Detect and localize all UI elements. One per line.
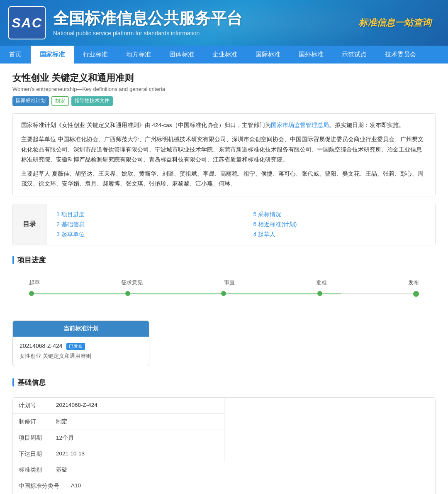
nav-local-standard[interactable]: 地方标准 [117,46,160,64]
progress-section: 项目进度 起草 征求意见 审查 批准 发布 [12,255,436,309]
info-row-period: 项目周期 12个月 [13,430,224,446]
desc-paragraph-3: 主要起草人 夏薇佳、胡坚达、王天界、姚欣、黄裔华、刘璐、贺祖斌、李晟、高丽稳、祖… [21,169,427,189]
info-value-issue-date: 2021-10-13 [50,446,224,462]
toc-item-2[interactable]: 2 基础信息 [56,221,229,228]
info-row-issue-date: 下达日期 2021-10-13 [13,446,224,462]
info-divider [224,398,224,462]
plan-card-id: 20214068-Z-424 已发布 [19,342,142,350]
header-title-cn: 全国标准信息公共服务平台 [53,9,242,28]
info-left: 计划号 20214068-Z-424 制修订 制定 项目周期 12个月 下达日期… [13,398,224,462]
link-supervisory-dept[interactable]: 国家市场监督管理总局 [271,122,329,128]
info-row-cn-class: 中国标准分类号 A10 [13,478,224,494]
progress-dot-4 [317,291,322,296]
progress-dot-5 [413,291,419,297]
step-label-approve: 批准 [316,279,327,286]
toc-item-6[interactable]: 6 相近标准(计划) [253,221,426,228]
info-label-period: 项目周期 [13,430,50,446]
header: SAC 全国标准信息公共服务平台 National public service… [0,0,448,46]
info-value-period: 12个月 [50,430,224,446]
plan-id-text: 20214068-Z-424 [19,342,63,349]
toc-item-5[interactable]: 5 采标情况 [253,211,426,218]
step-label-publish: 发布 [408,279,419,286]
progress-dots [29,291,419,297]
info-value-plan-num: 20214068-Z-424 [50,398,224,413]
progress-dot-3 [221,291,226,296]
info-label-issue-date: 下达日期 [13,446,50,462]
step-label-comment: 征求意见 [121,279,143,286]
info-label-cn-class: 中国标准分类号 [13,478,65,494]
info-label-revision: 制修订 [13,414,50,430]
tag-national-plan: 国家标准计划 [12,96,49,106]
info-row-std-type: 标准类别 基础 [13,462,224,478]
progress-dot-1 [29,291,34,296]
info-row-revision: 制修订 制定 [13,414,224,430]
plan-card-body: 20214068-Z-424 已发布 女性创业 关键定义和通用准则 [13,337,149,366]
header-title-en: National public service platform for sta… [53,30,242,37]
plan-card-desc: 女性创业 关键定义和通用准则 [19,352,142,360]
step-label-review: 审查 [224,279,235,286]
info-right: 标准类别 基础 中国标准分类号 A10 国际标准分类号 03.100.20 归口… [13,462,224,494]
desc-paragraph-1: 国家标准计划《女性创业 关键定义和通用准则》由 424-cas（中国标准化协会）… [21,120,427,130]
toc-label: 目录 [13,204,46,245]
info-value-std-type: 基础 [50,462,224,478]
basic-info-title: 基础信息 [12,378,436,391]
progress-section-title: 项目进度 [12,255,436,268]
nav-demo-pilot[interactable]: 示范试点 [333,46,376,64]
header-slogan: 标准信息一站查询 [358,17,431,29]
page-title-en: Women's entrepreneurship—Key definitions… [12,86,436,92]
progress-dot-2 [125,291,130,296]
step-label-draft: 起草 [29,279,40,286]
toc-item-4[interactable]: 4 起草人 [253,231,426,238]
basic-info-section: 基础信息 计划号 20214068-Z-424 制修订 制定 项目周期 12个月… [12,378,436,494]
page-title-cn: 女性创业 关键定义和通用准则 [12,72,436,84]
info-grid: 计划号 20214068-Z-424 制修订 制定 项目周期 12个月 下达日期… [12,397,436,494]
nav-international-standard[interactable]: 国际标准 [246,46,290,64]
toc-item-1[interactable]: 1 项目进度 [56,211,229,218]
info-value-revision: 制定 [50,414,224,430]
toc-items: 1 项目进度 5 采标情况 2 基础信息 6 相近标准(计划) 3 起草单位 4… [46,204,435,245]
nav-home[interactable]: 首页 [0,46,31,64]
progress-labels: 起草 征求意见 审查 批准 发布 [29,279,419,286]
nav-tech-committee[interactable]: 技术委员会 [376,46,425,64]
progress-bar-row [29,291,419,296]
plan-published-badge: 已发布 [66,343,85,350]
main-nav: 首页 国家标准 行业标准 地方标准 团体标准 企业标准 国际标准 国外标准 示范… [0,46,448,64]
info-label-plan-num: 计划号 [13,398,50,413]
current-plan-card: 当前标准计划 20214068-Z-424 已发布 女性创业 关键定义和通用准则 [12,320,149,366]
progress-track: 起草 征求意见 审查 批准 发布 [12,275,436,309]
nav-enterprise-standard[interactable]: 企业标准 [203,46,246,64]
tag-guidance-doc: 指导性技术文件 [71,96,113,106]
nav-industry-standard[interactable]: 行业标准 [74,46,117,64]
toc-block: 目录 1 项目进度 5 采标情况 2 基础信息 6 相近标准(计划) 3 起草单… [12,204,436,245]
info-row-plan-num: 计划号 20214068-Z-424 [13,398,224,414]
nav-group-standard[interactable]: 团体标准 [160,46,203,64]
header-left: SAC 全国标准信息公共服务平台 National public service… [8,6,242,39]
nav-national-standard[interactable]: 国家标准 [31,46,74,64]
tag-formulate: 制定 [51,96,69,106]
toc-item-3[interactable]: 3 起草单位 [56,231,229,238]
sac-logo: SAC [8,6,46,39]
header-title-block: 全国标准信息公共服务平台 National public service pla… [53,9,242,37]
nav-foreign-standard[interactable]: 国外标准 [290,46,333,64]
plan-card-header: 当前标准计划 [13,321,149,337]
main-content: 女性创业 关键定义和通用准则 Women's entrepreneurship—… [4,64,444,494]
info-value-cn-class: A10 [65,478,224,494]
info-label-std-type: 标准类别 [13,462,50,478]
desc-paragraph-2: 主要起草单位 中国标准化协会、广西师范大学、广州标明机械技术研究有限公司、深圳市… [21,135,427,165]
description-block: 国家标准计划《女性创业 关键定义和通用准则》由 424-cas（中国标准化协会）… [12,113,436,196]
tag-row: 国家标准计划 制定 指导性技术文件 [12,96,436,106]
